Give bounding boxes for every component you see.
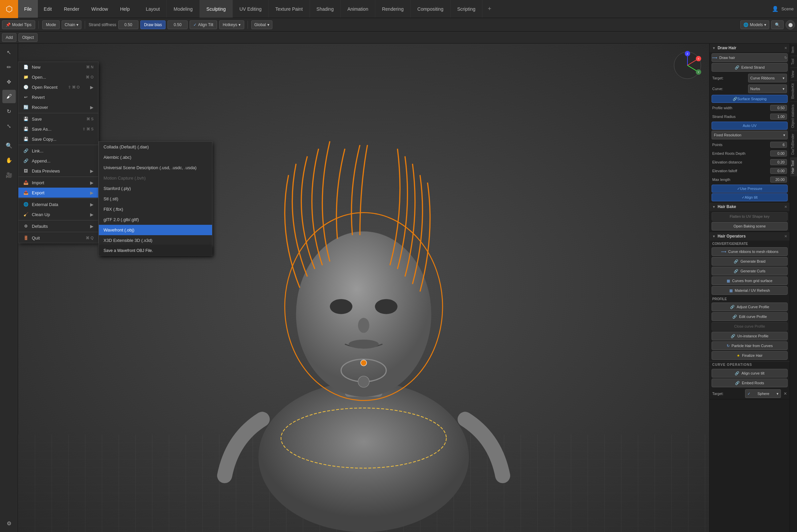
export-x3d[interactable]: X3D Extensible 3D (.x3d) <box>99 235 212 246</box>
menu-defaults[interactable]: ⚙ Defaults ▶ <box>18 221 98 231</box>
target-select[interactable]: Curve Ribbons ▾ <box>748 74 787 82</box>
generate-braid-button[interactable]: 🔗 Generate Braid <box>711 257 787 266</box>
export-fbx[interactable]: FBX (.fbx) <box>99 204 212 214</box>
curve-ribbons-button[interactable]: ⟿ Curve ribbons to mesh ribbons <box>711 247 787 256</box>
tab-animation[interactable]: Animation <box>341 0 375 18</box>
tab-sculpting[interactable]: Sculpting <box>200 0 233 18</box>
edit-menu-item[interactable]: Edit <box>38 0 58 18</box>
menu-revert[interactable]: ↩ Revert <box>18 92 98 102</box>
extend-strand-button[interactable]: 🔗 Extend Strand <box>711 63 787 72</box>
target-select-2[interactable]: ✓ Sphere ▾ <box>745 389 781 398</box>
tab-object-statistics[interactable]: Object statistics <box>790 101 797 131</box>
export-collada[interactable]: Collada (Default) (.dae) <box>99 142 212 152</box>
curve-select[interactable]: Nurbs ▾ <box>748 84 787 93</box>
tool-rotate[interactable]: ↻ <box>2 104 16 118</box>
draw-bias-button[interactable]: Draw bias <box>140 20 166 29</box>
tab-tool[interactable]: Tool <box>790 56 797 67</box>
menu-import[interactable]: 📥 Import ▶ <box>18 177 98 188</box>
menu-new[interactable]: 📄 New ⌘ N <box>18 62 98 72</box>
tool-move[interactable]: ✥ <box>2 75 16 89</box>
tab-view[interactable]: View <box>790 68 797 81</box>
hotkeys-button[interactable]: Hotkeys ▾ <box>219 20 244 29</box>
viewport[interactable]: Z X Y 📄 New ⌘ N <box>18 43 709 532</box>
draw-hair-header[interactable]: ▼ Draw Hair ✕ <box>709 43 790 52</box>
hair-bake-header[interactable]: ▼ Hair Bake ✕ <box>709 202 790 211</box>
menu-clean-up[interactable]: 🧹 Clean Up ▶ <box>18 209 98 220</box>
ops-section-close[interactable]: ✕ <box>784 234 787 238</box>
align-tilt-panel-button[interactable]: ✓ Align tilt <box>711 193 787 201</box>
models-select[interactable]: 🌐 Models ▾ <box>740 20 769 29</box>
add-workspace-tab[interactable]: + <box>482 0 497 18</box>
menu-append[interactable]: 🔗 Append... <box>18 156 98 166</box>
export-wavefront[interactable]: Wavefront (.obj) <box>99 225 212 235</box>
tab-uv-editing[interactable]: UV Editing <box>233 0 269 18</box>
export-gltf[interactable]: glTF 2.0 (.glb/.gltf) <box>99 214 212 225</box>
edit-curve-button[interactable]: 🔗 Edit curve Profile <box>711 312 787 321</box>
tab-daz-to-blender[interactable]: DazToBlender <box>790 131 797 157</box>
object-button[interactable]: Object <box>18 33 38 42</box>
model-tips-button[interactable]: 📌 Model Tips <box>2 20 35 29</box>
menu-external-data[interactable]: 🌐 External Data ▶ <box>18 200 98 209</box>
tab-hair-tool[interactable]: Hair Tool <box>790 157 797 176</box>
tab-texture-paint[interactable]: Texture Paint <box>269 0 310 18</box>
global-select[interactable]: Global ▾ <box>251 20 272 29</box>
strand-stiffness-value[interactable]: 0.50 <box>118 20 138 29</box>
bake-section-close[interactable]: ✕ <box>784 205 787 209</box>
menu-save-as[interactable]: 💾 Save As... ⇧ ⌘ S <box>18 124 98 134</box>
menu-recover[interactable]: 🔄 Recover ▶ <box>18 102 98 112</box>
export-ply[interactable]: Stanford (.ply) <box>99 183 212 194</box>
file-menu-item[interactable]: File <box>18 0 38 18</box>
render-menu-item[interactable]: Render <box>58 0 86 18</box>
surface-snapping-button[interactable]: 🔗 Surface Snapping <box>711 95 787 103</box>
draw-hair-button[interactable]: ⟿ Draw hair ↻ <box>711 53 787 62</box>
tab-shading[interactable]: Shading <box>310 0 341 18</box>
align-tilt-button[interactable]: ✓ Align Tilt <box>190 20 217 29</box>
tool-camera[interactable]: 🎥 <box>2 168 16 182</box>
help-menu-item[interactable]: Help <box>114 0 136 18</box>
adjust-curve-button[interactable]: 🔗 Adjust Curve Profile <box>711 303 787 311</box>
menu-data-previews[interactable]: 🖼 Data Previews ▶ <box>18 166 98 176</box>
menu-link[interactable]: 🔗 Link... <box>18 146 98 156</box>
tool-pan[interactable]: ✋ <box>2 153 16 167</box>
menu-open-recent[interactable]: 🕒 Open Recent ⇧ ⌘ O ▶ <box>18 82 98 92</box>
finalize-hair-button[interactable]: ★ Finalize Hair <box>711 351 787 360</box>
embed-roots-button[interactable]: 🔗 Embed Roots <box>711 379 787 387</box>
section-close[interactable]: ✕ <box>784 46 787 50</box>
open-baking-button[interactable]: Open Baking scene <box>711 222 787 230</box>
menu-open[interactable]: 📁 Open... ⌘ O <box>18 72 98 82</box>
tab-blenderkit[interactable]: BlenderKit <box>790 80 797 101</box>
auto-uv-button[interactable]: Auto UV <box>711 121 787 130</box>
particle-hair-button[interactable]: ↻ Particle Hair from Curves <box>711 341 787 350</box>
tab-rendering[interactable]: Rendering <box>375 0 411 18</box>
tab-modeling[interactable]: Modeling <box>167 0 200 18</box>
tab-layout[interactable]: Layout <box>139 0 167 18</box>
window-menu-item[interactable]: Window <box>86 0 114 18</box>
un-instance-button[interactable]: 🔗 Un-instance Profile <box>711 332 787 340</box>
align-curve-tilt-button[interactable]: 🔗 Align curve tilt <box>711 369 787 378</box>
tool-select[interactable]: ↖ <box>2 45 16 59</box>
tool-brush[interactable]: 🖌 <box>2 90 16 103</box>
navigation-gizmo[interactable]: Z X Y <box>672 50 703 80</box>
search-button[interactable]: 🔍 <box>771 20 784 29</box>
export-stl[interactable]: Stl (.stl) <box>99 194 212 204</box>
mode-select[interactable]: Chain ▾ <box>62 20 81 29</box>
draw-bias-value[interactable]: 0.50 <box>168 20 188 29</box>
tool-scale[interactable]: ⤡ <box>2 119 16 133</box>
material-uv-button[interactable]: ▦ Material / UV Refresh <box>711 286 787 295</box>
tool-draw[interactable]: ✏ <box>2 60 16 74</box>
curves-from-grid-button[interactable]: ▦ Curves from grid surface <box>711 277 787 285</box>
menu-quit[interactable]: 🚪 Quit ⌘ Q <box>18 233 98 243</box>
add-button[interactable]: Add <box>2 33 16 42</box>
tab-scripting[interactable]: Scripting <box>451 0 482 18</box>
tool-zoom[interactable]: 🔍 <box>2 139 16 152</box>
export-usd[interactable]: Universal Scene Description (.usd, .usdc… <box>99 163 212 173</box>
hair-operators-header[interactable]: ▼ Hair Operators ✕ <box>709 232 790 241</box>
menu-save-copy[interactable]: 💾 Save Copy... <box>18 134 98 144</box>
generate-curls-button[interactable]: 🔗 Generate Curls <box>711 267 787 276</box>
filter-circle[interactable]: ⬤ <box>785 20 795 30</box>
tab-compositing[interactable]: Compositing <box>411 0 451 18</box>
fixed-resolution-select[interactable]: Fixed Resolution ▾ <box>711 131 787 139</box>
tool-settings[interactable]: ⚙ <box>2 517 16 530</box>
tab-item[interactable]: Item <box>790 43 797 56</box>
use-pressure-button[interactable]: ✓ Use Pressure <box>711 185 787 193</box>
